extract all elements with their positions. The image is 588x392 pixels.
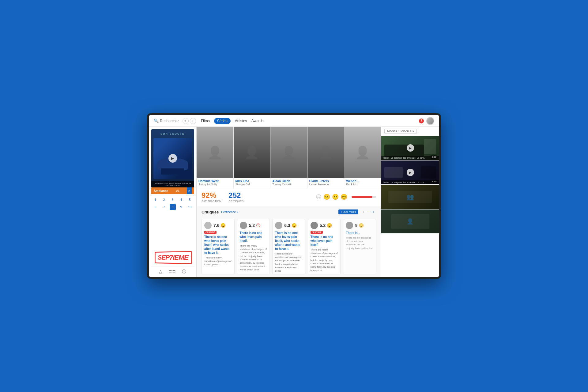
- screen-wrapper: 🔍 Rechercher ‹ › Films Séries Artistes A…: [147, 113, 441, 279]
- rating-faces: ☹ 😐 🙂 😊: [316, 194, 376, 200]
- ambiance-close-button[interactable]: ✕: [187, 187, 192, 194]
- media-bg-4: 👤: [381, 209, 439, 233]
- media-title-2: Trailer | Le seigneur des anneaux : La c…: [383, 181, 426, 183]
- critic-avatar-3: [275, 222, 282, 229]
- critique-top-2: 5.2 ☹: [240, 222, 267, 229]
- nav-arrows: ‹ ›: [183, 118, 196, 124]
- critic-avatar-4: [311, 222, 318, 229]
- share-icon[interactable]: ⊏⊐: [168, 269, 176, 274]
- cast-section: 👤 Dominic West Jimmy McNulty 👤 Idris Elb…: [197, 127, 381, 188]
- media-item-2[interactable]: ▶ Trailer | Le seigneur des anneaux : La…: [381, 160, 439, 185]
- notification-badge[interactable]: 7: [419, 119, 424, 123]
- critique-top-4: 5.2 😊: [311, 222, 338, 229]
- critique-top-1: 7.6 😊: [204, 222, 232, 229]
- critique-card-5: 9 😊 There is... There are no passages of…: [343, 219, 376, 274]
- cast-role-4: Lester Freamon: [309, 183, 342, 186]
- cast-info-1: Dominic West Jimmy McNulty: [197, 178, 233, 188]
- page-9[interactable]: 9: [178, 204, 184, 210]
- nav-items: Films Séries Artistes Awards: [201, 118, 264, 124]
- medias-title[interactable]: Médias : Saison 1 »: [384, 129, 417, 134]
- nav-back-button[interactable]: ‹: [183, 118, 189, 124]
- alert-icon[interactable]: △: [159, 269, 162, 274]
- search-icon: 🔍: [154, 119, 159, 123]
- page-2[interactable]: 2: [161, 197, 167, 203]
- critique-body-2: There are many variations of passages of…: [240, 244, 267, 272]
- critique-face-1: 😊: [221, 223, 226, 228]
- info-icon[interactable]: ⓘ: [182, 269, 186, 274]
- cast-member-4[interactable]: 👤 Clarke Peters Lester Freamon: [307, 127, 345, 188]
- pertinence-link[interactable]: Pertinence »: [221, 210, 238, 214]
- ambiance-label: Ambiance: [154, 189, 168, 193]
- main-content: SUR ECOUTE ▶ THE GREATEST, MOST AMBITIOU…: [149, 127, 439, 277]
- face-happy[interactable]: 😊: [341, 194, 347, 200]
- critique-card-1: 7.6 😊 CERTIFIÉ There is no one who loves…: [202, 219, 235, 274]
- header: 🔍 Rechercher ‹ › Films Séries Artistes A…: [149, 115, 439, 127]
- page-8[interactable]: 8: [170, 204, 176, 210]
- nav-series[interactable]: Séries: [214, 118, 231, 124]
- critiques-title: Critiques: [202, 210, 219, 214]
- face-neutral[interactable]: 🙂: [332, 194, 339, 200]
- ambiance-count: 1/6: [175, 189, 179, 192]
- critic-avatar-5: [346, 222, 353, 229]
- critiques-prev-button[interactable]: ←: [361, 209, 368, 215]
- critique-score-3: 6.3: [284, 223, 290, 228]
- critique-face-3: 😊: [292, 223, 297, 228]
- sidebar-logo: SEP7IEME: [151, 249, 194, 266]
- nav-forward-button[interactable]: ›: [190, 118, 196, 124]
- critic-avatar-1: [204, 222, 212, 229]
- tout-voir-button[interactable]: TOUT VOIR: [338, 209, 358, 214]
- cast-member-1[interactable]: 👤 Dominic West Jimmy McNulty: [197, 127, 234, 188]
- sidebar-actions: △ ⊏⊐ ⓘ: [151, 266, 194, 277]
- critique-top-5: 9 😊: [346, 222, 373, 229]
- critique-card-2: 5.2 ☹ There is no one who loves pain its…: [237, 219, 270, 274]
- center-content: 👤 Dominic West Jimmy McNulty 👤 Idris Elb…: [197, 127, 381, 277]
- page-1[interactable]: 1: [153, 197, 159, 203]
- nav-artistes[interactable]: Artistes: [235, 119, 247, 123]
- media-item-1[interactable]: ▶ Trailer | Le seigneur des anneaux : La…: [381, 136, 439, 160]
- page-3[interactable]: 3: [170, 197, 176, 203]
- critique-body-4: There are many variations of passages of…: [311, 248, 338, 272]
- ambiance-bar: Ambiance 1/6 ✕: [151, 187, 194, 194]
- page-5[interactable]: 5: [187, 197, 193, 203]
- critique-headline-2[interactable]: There is no one who loves pain itself.: [240, 231, 267, 243]
- critique-headline-3[interactable]: There is no one who loves pain itself, w…: [275, 231, 303, 251]
- cast-member-2[interactable]: 👤 Idris Elba Stringer Bell: [234, 127, 271, 188]
- page-10[interactable]: 10: [187, 204, 193, 210]
- cast-photo-3: 👤: [270, 127, 307, 178]
- cast-member-5[interactable]: 👤 Wende... Bunk M...: [344, 127, 381, 188]
- nav-films[interactable]: Films: [201, 119, 210, 123]
- play-button[interactable]: ▶: [168, 154, 177, 163]
- nav-awards[interactable]: Awards: [251, 119, 264, 123]
- face-very-sad[interactable]: ☹: [316, 194, 322, 200]
- poster-subtitle: THE GREATEST, MOST AMBITIOUS SHOW ON TEL…: [151, 181, 194, 187]
- header-right: 7: [419, 117, 434, 125]
- critique-face-4: 😊: [327, 223, 332, 228]
- critique-top-3: 6.3 😊: [275, 222, 303, 229]
- critique-body-5: There are no passages of Lorem ipsum ava…: [346, 236, 373, 250]
- show-poster: SUR ECOUTE ▶ THE GREATEST, MOST AMBITIOU…: [151, 129, 194, 187]
- critique-face-2: ☹: [256, 223, 261, 228]
- certifie-badge-4: CERTIFIÉ: [311, 231, 323, 234]
- avatar[interactable]: [426, 117, 434, 125]
- media-item-3[interactable]: 👥: [381, 185, 439, 209]
- media-duration-1: 2:20: [431, 155, 437, 159]
- critiques-next-button[interactable]: →: [369, 209, 376, 215]
- critique-score-5: 9: [355, 223, 357, 228]
- rating-bar-fill: [352, 196, 372, 198]
- face-sad[interactable]: 😐: [323, 194, 330, 200]
- right-sidebar: Médias : Saison 1 » ▶ Trailer | Le seign…: [381, 127, 439, 277]
- media-item-4[interactable]: 👤: [381, 209, 439, 234]
- media-duration-2: 2:20: [431, 180, 437, 183]
- critiques-grid: 7.6 😊 CERTIFIÉ There is no one who loves…: [197, 217, 381, 277]
- media-play-2[interactable]: ▶: [407, 169, 414, 176]
- search-area[interactable]: 🔍 Rechercher: [154, 119, 179, 123]
- cast-member-3[interactable]: 👤 Aidan Gillen Tommy Carcetti: [270, 127, 307, 188]
- page-6[interactable]: 6: [153, 204, 159, 210]
- cast-name-4: Clarke Peters: [309, 179, 342, 183]
- cast-name-2: Idris Elba: [236, 179, 269, 183]
- media-play-1[interactable]: ▶: [407, 144, 414, 152]
- page-7[interactable]: 7: [161, 204, 167, 210]
- cast-photo-4: 👤: [307, 127, 344, 178]
- page-4[interactable]: 4: [178, 197, 184, 203]
- media-items: ▶ Trailer | Le seigneur des anneaux : La…: [381, 136, 439, 277]
